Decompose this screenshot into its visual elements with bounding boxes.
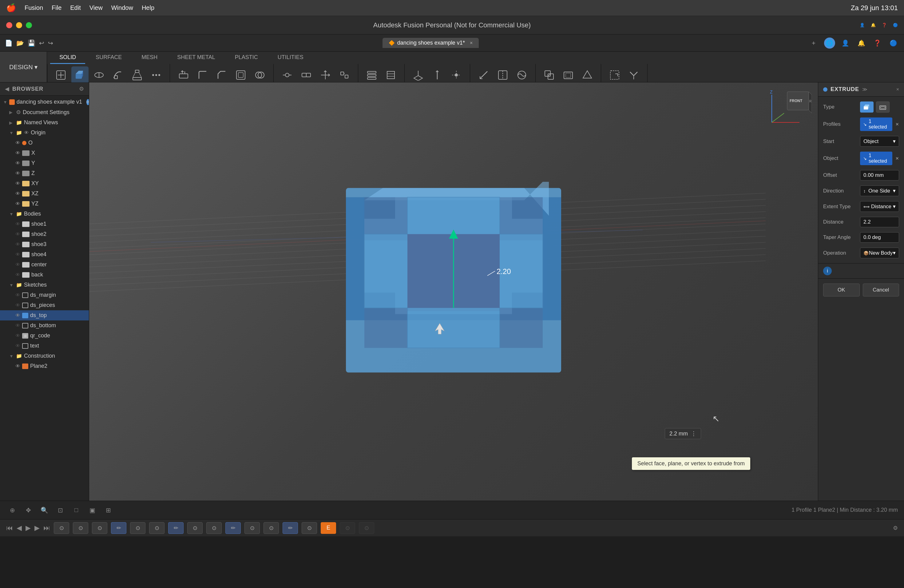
tab-solid[interactable]: SOLID <box>50 52 85 64</box>
create-new-component[interactable] <box>52 66 70 84</box>
tree-origin-yz[interactable]: 👁 YZ <box>0 199 89 209</box>
timeline-item-12[interactable]: ⊙ <box>264 522 279 534</box>
tree-origin-y[interactable]: 👁 Y <box>0 158 89 168</box>
zoom-fit-icon[interactable]: ⊡ <box>54 504 66 516</box>
timeline-item-7[interactable]: ✏ <box>168 522 183 534</box>
visibility-eye-icon[interactable]: 👁 <box>15 201 20 207</box>
inspect-section[interactable] <box>494 66 511 84</box>
open-file-icon[interactable]: 📂 <box>16 40 24 47</box>
orbit-icon[interactable]: ⊕ <box>6 504 19 516</box>
modify-fillet[interactable] <box>194 66 211 84</box>
profiles-clear-button[interactable]: ✕ <box>895 122 899 127</box>
tree-origin-xy[interactable]: 👁 XY <box>0 179 89 188</box>
pan-icon[interactable]: ✥ <box>22 504 35 516</box>
visibility-eye-icon[interactable]: 👁 <box>15 252 20 258</box>
menu-edit[interactable]: Edit <box>70 4 81 11</box>
display-icon[interactable]: ▣ <box>86 504 98 516</box>
visibility-eye-icon[interactable]: 👁 <box>15 333 20 338</box>
create-revolve[interactable] <box>90 66 107 84</box>
viewport[interactable]: 2.20 Z FRONT R 2.2 mm <box>89 82 818 501</box>
minimize-button[interactable] <box>16 22 22 28</box>
document-tab-active[interactable]: 🔶 dancing shoes example v1* × <box>382 38 479 48</box>
assemble-rigid[interactable] <box>298 66 315 84</box>
visibility-eye-icon[interactable]: 👁 <box>15 191 20 196</box>
taper-angle-input[interactable] <box>860 232 899 243</box>
insert-derive[interactable] <box>541 66 558 84</box>
modify-press-pull[interactable] <box>175 66 192 84</box>
tree-construction[interactable]: ▼ 📁 Construction <box>0 351 89 361</box>
modify-chamfer[interactable] <box>213 66 230 84</box>
panel-close-icon[interactable]: × <box>896 87 899 92</box>
visibility-eye-icon[interactable]: 👁 <box>15 272 20 278</box>
create-extrude[interactable] <box>71 66 89 84</box>
assemble-joint[interactable] <box>278 66 296 84</box>
timeline-item-11[interactable]: ⊙ <box>245 522 260 534</box>
zoom-icon[interactable]: 🔍 <box>38 504 51 516</box>
tree-origin-xz[interactable]: 👁 XZ <box>0 188 89 199</box>
tab-sheet-metal[interactable]: SHEET METAL <box>168 52 224 64</box>
inspect-measure[interactable] <box>475 66 492 84</box>
timeline-item-5[interactable]: ⊙ <box>130 522 145 534</box>
tree-ds-top[interactable]: 👁 ds_top <box>0 310 89 321</box>
ok-button[interactable]: OK <box>823 283 860 296</box>
tree-ds-pieces[interactable]: 👁 ds_pieces <box>0 300 89 310</box>
measure-options-icon[interactable]: ⋮ <box>691 430 697 437</box>
timeline-item-13[interactable]: ✏ <box>283 522 298 534</box>
tree-qr-code[interactable]: 👁 ▦ qr_code <box>0 330 89 341</box>
bell-icon[interactable]: 🔔 <box>856 38 867 49</box>
timeline-play-icon[interactable]: ▶ <box>25 524 31 532</box>
tab-utilities[interactable]: UTILITIES <box>269 52 313 64</box>
visibility-eye-icon[interactable]: 👁 <box>15 292 20 298</box>
timeline-item-8[interactable]: ⊙ <box>187 522 202 534</box>
timeline-back-icon[interactable]: ⏮ <box>6 524 13 532</box>
visibility-eye-icon[interactable]: 👁 <box>15 150 20 156</box>
info-button[interactable]: i <box>823 267 832 275</box>
visibility-eye-icon[interactable]: 👁 <box>24 130 29 136</box>
inspect-zebra[interactable] <box>513 66 530 84</box>
tab-mesh[interactable]: MESH <box>132 52 167 64</box>
grid-icon[interactable]: ⊞ <box>102 504 114 516</box>
offset-input[interactable] <box>860 170 899 180</box>
close-button[interactable] <box>6 22 12 28</box>
redo-icon[interactable]: ↪ <box>48 40 53 47</box>
tree-origin-x[interactable]: 👁 X <box>0 148 89 158</box>
timeline-item-4[interactable]: ✏ <box>111 522 126 534</box>
new-file-icon[interactable]: 📄 <box>5 40 13 47</box>
user-avatar[interactable]: 🔵 <box>893 23 898 27</box>
tree-doc-settings[interactable]: ▶ ⚙ Document Settings <box>0 107 89 117</box>
insert-canvas[interactable] <box>559 66 577 84</box>
menu-help[interactable]: Help <box>142 4 154 11</box>
account-icon[interactable]: 👤 <box>860 23 864 27</box>
configure-rule[interactable] <box>382 66 400 84</box>
tree-shoe3[interactable]: 👁 shoe3 <box>0 239 89 250</box>
browser-collapse-icon[interactable]: ◀ <box>5 85 9 92</box>
timeline-item-17[interactable]: ⊙ <box>359 522 374 534</box>
timeline-item-6[interactable]: ⊙ <box>149 522 164 534</box>
maximize-button[interactable] <box>26 22 32 28</box>
modify-shell[interactable] <box>232 66 250 84</box>
help-icon[interactable]: ❓ <box>882 23 887 27</box>
modify-combine[interactable] <box>251 66 269 84</box>
timeline-item-15-active[interactable]: E <box>321 522 336 534</box>
save-icon[interactable]: 💾 <box>28 40 35 47</box>
create-loft[interactable] <box>128 66 146 84</box>
timeline-item-14[interactable]: ⊙ <box>302 522 317 534</box>
tree-origin-z[interactable]: 👁 Z <box>0 168 89 179</box>
tab-plastic[interactable]: PLASTIC <box>226 52 267 64</box>
menu-fusion[interactable]: Fusion <box>25 4 43 11</box>
create-more[interactable] <box>148 66 165 84</box>
tree-back[interactable]: 👁 back <box>0 270 89 280</box>
timeline-end-icon[interactable]: ⏭ <box>43 524 50 532</box>
visibility-eye-icon[interactable]: 👁 <box>15 343 20 349</box>
configure-param[interactable] <box>363 66 380 84</box>
tree-plane2[interactable]: 👁 Plane2 <box>0 361 89 371</box>
timeline-item-2[interactable]: ⊙ <box>73 522 88 534</box>
visibility-eye-icon[interactable]: 👁 <box>15 323 20 329</box>
tree-sketches[interactable]: ▼ 📁 Sketches <box>0 280 89 290</box>
timeline-settings-icon[interactable]: ⚙ <box>893 525 898 531</box>
visibility-eye-icon[interactable]: 👁 <box>15 171 20 176</box>
visibility-eye-icon[interactable]: 👁 <box>15 313 20 318</box>
tree-ds-bottom[interactable]: 👁 ds_bottom <box>0 321 89 330</box>
profile-icon[interactable]: 👤 <box>840 38 851 49</box>
visibility-eye-icon[interactable]: 👁 <box>15 140 20 146</box>
